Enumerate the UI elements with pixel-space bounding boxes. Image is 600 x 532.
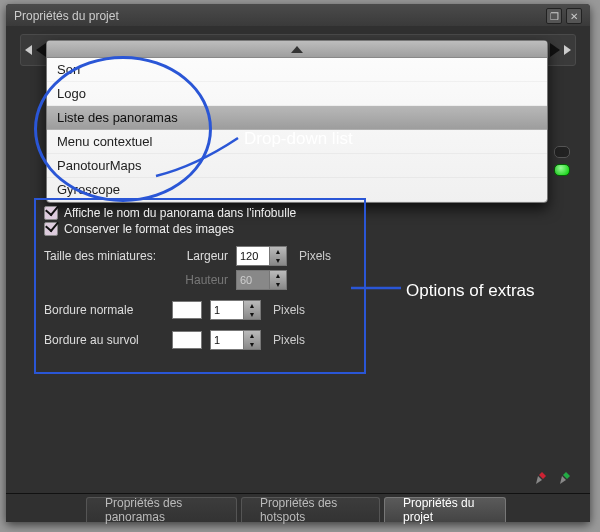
border-hover-color[interactable] bbox=[172, 331, 202, 349]
tab-panoramas-label: Propriétés des panoramas bbox=[105, 496, 218, 524]
border-normal-unit: Pixels bbox=[273, 303, 305, 317]
height-stepper: ▲▼ bbox=[236, 270, 287, 290]
step-up-icon: ▲ bbox=[244, 301, 260, 310]
plugin-icon[interactable] bbox=[532, 470, 548, 486]
step-down-icon: ▼ bbox=[244, 340, 260, 349]
width-stepper[interactable]: ▲▼ bbox=[236, 246, 287, 266]
border-hover-input[interactable] bbox=[211, 332, 243, 348]
dropdown-scroll-up[interactable] bbox=[47, 41, 547, 58]
tab-panoramas[interactable]: Propriétés des panoramas bbox=[86, 497, 237, 522]
dropdown-list: SonLogoListe des panoramasMenu contextue… bbox=[47, 58, 547, 202]
extras-dropdown[interactable]: SonLogoListe des panoramasMenu contextue… bbox=[46, 40, 548, 203]
step-down-icon: ▼ bbox=[244, 310, 260, 319]
chevron-right-icon bbox=[564, 45, 571, 55]
window-body: SonLogoListe des panoramasMenu contextue… bbox=[6, 26, 590, 522]
triangle-right-icon bbox=[550, 43, 560, 57]
indicator-on bbox=[554, 164, 570, 176]
project-properties-window: Propriétés du projet ❐ ✕ SonLog bbox=[6, 4, 590, 522]
border-normal-label: Bordure normale bbox=[44, 303, 164, 317]
step-up-icon: ▲ bbox=[270, 247, 286, 256]
restore-icon: ❐ bbox=[550, 11, 559, 22]
close-icon: ✕ bbox=[570, 11, 578, 22]
border-hover-stepper[interactable]: ▲▼ bbox=[210, 330, 261, 350]
dropdown-item[interactable]: Menu contextuel bbox=[47, 130, 547, 154]
nav-next-button[interactable] bbox=[550, 43, 571, 57]
width-input[interactable] bbox=[237, 248, 269, 264]
tabstrip: Propriétés des panoramas Propriétés des … bbox=[6, 493, 590, 522]
indicator-stack bbox=[554, 146, 570, 176]
checkbox-keep-format-label: Conserver le format des images bbox=[64, 222, 234, 236]
tab-hotspots[interactable]: Propriétés des hotspots bbox=[241, 497, 380, 522]
thumbnail-size-label: Taille des miniatures: bbox=[44, 249, 164, 263]
border-normal-step-buttons[interactable]: ▲▼ bbox=[243, 301, 260, 319]
annotation-options-label: Options of extras bbox=[406, 281, 535, 301]
step-up-icon: ▲ bbox=[270, 271, 286, 280]
window-restore-button[interactable]: ❐ bbox=[546, 8, 562, 24]
triangle-left-icon bbox=[36, 43, 46, 57]
height-input bbox=[237, 272, 269, 288]
step-down-icon: ▼ bbox=[270, 256, 286, 265]
nav-prev-button[interactable] bbox=[25, 43, 46, 57]
titlebar: Propriétés du projet ❐ ✕ bbox=[6, 4, 590, 27]
height-step-buttons: ▲▼ bbox=[269, 271, 286, 289]
tab-project-label: Propriétés du projet bbox=[403, 496, 487, 524]
dropdown-item[interactable]: Logo bbox=[47, 82, 547, 106]
border-normal-stepper[interactable]: ▲▼ bbox=[210, 300, 261, 320]
footer-icons bbox=[532, 470, 572, 486]
dropdown-item[interactable]: PanotourMaps bbox=[47, 154, 547, 178]
step-up-icon: ▲ bbox=[244, 331, 260, 340]
triangle-up-icon bbox=[291, 46, 303, 53]
indicator-off bbox=[554, 146, 570, 158]
border-hover-step-buttons[interactable]: ▲▼ bbox=[243, 331, 260, 349]
border-normal-input[interactable] bbox=[211, 302, 243, 318]
height-label: Hauteur bbox=[172, 273, 228, 287]
border-normal-color[interactable] bbox=[172, 301, 202, 319]
checkbox-keep-format[interactable] bbox=[44, 222, 58, 236]
width-step-buttons[interactable]: ▲▼ bbox=[269, 247, 286, 265]
plugin-add-icon[interactable] bbox=[556, 470, 572, 486]
border-hover-unit: Pixels bbox=[273, 333, 305, 347]
window-close-button[interactable]: ✕ bbox=[566, 8, 582, 24]
tab-hotspots-label: Propriétés des hotspots bbox=[260, 496, 361, 524]
tab-project[interactable]: Propriétés du projet bbox=[384, 497, 506, 522]
extras-options-panel: Affiche le nom du panorama dans l'infobu… bbox=[34, 198, 366, 374]
checkbox-show-name-label: Affiche le nom du panorama dans l'infobu… bbox=[64, 206, 296, 220]
dropdown-item[interactable]: Liste des panoramas bbox=[47, 106, 547, 130]
border-hover-label: Bordure au survol bbox=[44, 333, 164, 347]
chevron-left-icon bbox=[25, 45, 32, 55]
step-down-icon: ▼ bbox=[270, 280, 286, 289]
width-label: Largeur bbox=[172, 249, 228, 263]
width-unit: Pixels bbox=[299, 249, 331, 263]
window-title: Propriétés du projet bbox=[14, 9, 119, 23]
dropdown-item[interactable]: Son bbox=[47, 58, 547, 82]
